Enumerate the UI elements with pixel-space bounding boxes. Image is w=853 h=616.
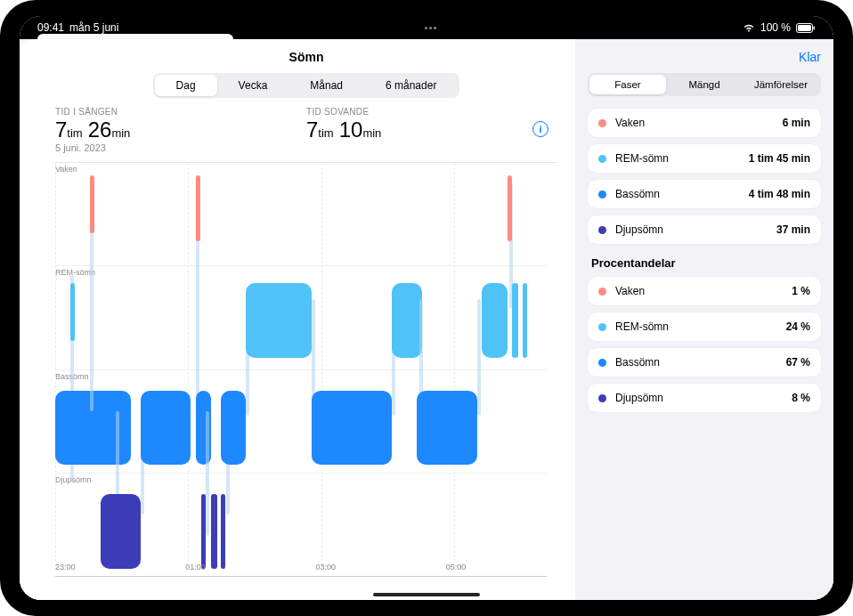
percent-row-core[interactable]: Bassömn 67 %	[588, 348, 821, 377]
swatch-awake	[598, 119, 606, 127]
x-tick: 03:00	[316, 563, 337, 571]
battery-percent: 100 %	[760, 21, 791, 34]
stage-value: 4 tim 48 min	[749, 188, 810, 200]
stage-row-deep[interactable]: Djupsömn 37 min	[588, 215, 821, 244]
period-tab-6months[interactable]: 6 månader	[364, 75, 458, 96]
stage-percent-list: Vaken 1 % REM-sömn 24 % Bassömn 67 %	[588, 277, 821, 412]
status-time: 09:41	[37, 21, 64, 34]
lane-label-rem: REM-sömn	[55, 268, 95, 277]
swatch-core	[598, 359, 606, 367]
percent-section-title: Procentandelar	[591, 256, 821, 270]
stage-row-awake[interactable]: Vaken 6 min	[588, 109, 821, 137]
chart-segment	[417, 391, 477, 466]
stage-value: 1 tim 45 min	[749, 152, 810, 165]
stage-row-core[interactable]: Bassömn 4 tim 48 min	[588, 180, 821, 208]
swatch-deep	[598, 394, 606, 402]
in-bed-label: TID I SÄNGEN	[55, 107, 306, 117]
stage-name: Djupsömn	[615, 392, 792, 404]
home-indicator[interactable]	[373, 593, 480, 596]
period-tab-day[interactable]: Dag	[155, 75, 217, 96]
status-date: mån 5 juni	[69, 21, 118, 34]
side-panel: Klar Faser Mängd Jämförelser Vaken 6 min	[575, 39, 833, 600]
detail-tab-compare[interactable]: Jämförelser	[743, 75, 819, 94]
battery-icon	[796, 23, 816, 33]
chart-connector	[477, 299, 481, 415]
stage-durations-list: Vaken 6 min REM-sömn 1 tim 45 min Bassöm…	[588, 109, 821, 244]
chart-connector	[206, 411, 209, 536]
stage-value: 67 %	[786, 356, 810, 369]
stage-name: Djupsömn	[615, 223, 776, 236]
percent-row-awake[interactable]: Vaken 1 %	[588, 277, 821, 305]
chart-segment	[141, 391, 191, 466]
in-bed-value: 7tim26min	[55, 118, 306, 142]
stage-name: Bassömn	[615, 356, 786, 369]
chart-segment	[312, 391, 392, 466]
stage-name: Vaken	[615, 285, 792, 297]
stage-name: Bassömn	[615, 188, 749, 200]
period-segmented-control: Dag Vecka Månad 6 månader	[153, 73, 460, 98]
chart-segment	[482, 283, 507, 358]
multitask-dots[interactable]	[118, 27, 743, 29]
stage-name: Vaken	[615, 117, 783, 129]
chart-segment	[512, 283, 518, 358]
period-tab-month[interactable]: Månad	[288, 75, 364, 96]
chart-segment	[211, 494, 217, 569]
chart-segment	[246, 283, 311, 358]
swatch-awake	[598, 288, 606, 296]
stage-name: REM-sömn	[615, 152, 749, 165]
x-tick: 05:00	[446, 563, 467, 571]
chart-segment	[221, 391, 246, 466]
chart-segment	[523, 283, 527, 358]
device-frame: 09:41 mån 5 juni 100 % Sömn	[0, 0, 853, 616]
content-area: Sömn Dag Vecka Månad 6 månader TID I SÄN…	[20, 39, 833, 600]
chart-segment	[201, 494, 206, 569]
info-button[interactable]: i	[532, 121, 548, 137]
wifi-icon	[743, 23, 755, 32]
stage-name: REM-sömn	[615, 320, 786, 333]
detail-segmented-control: Faser Mängd Jämförelser	[588, 73, 821, 96]
summary-date: 5 juni. 2023	[55, 142, 306, 153]
chart-segment	[196, 175, 200, 241]
percent-row-rem[interactable]: REM-sömn 24 %	[588, 312, 821, 341]
stage-row-rem[interactable]: REM-sömn 1 tim 45 min	[588, 144, 821, 173]
chart-segment	[392, 283, 422, 358]
stage-value: 37 min	[776, 223, 810, 236]
percent-row-deep[interactable]: Djupsömn 8 %	[588, 384, 821, 412]
detail-tab-phases[interactable]: Faser	[589, 75, 666, 94]
page-title: Sömn	[55, 50, 557, 64]
stage-value: 1 %	[792, 285, 810, 297]
chart-segment	[70, 283, 75, 341]
period-tab-week[interactable]: Vecka	[217, 75, 289, 96]
main-panel: Sömn Dag Vecka Månad 6 månader TID I SÄN…	[20, 39, 575, 600]
screen: 09:41 mån 5 juni 100 % Sömn	[20, 16, 833, 600]
x-tick: 01:00	[185, 563, 206, 571]
x-tick: 23:00	[55, 563, 76, 571]
stage-value: 6 min	[783, 117, 810, 129]
svg-rect-1	[798, 25, 811, 31]
sleep-stages-chart[interactable]: Vaken REM-sömn Bassömn Djupsömn	[55, 162, 557, 577]
stage-value: 8 %	[792, 392, 810, 404]
stage-value: 24 %	[786, 320, 810, 333]
asleep-label: TID SOVANDE	[306, 107, 557, 117]
x-axis: 23:00 01:00 03:00 05:00	[55, 563, 547, 577]
detail-tab-amount[interactable]: Mängd	[666, 75, 743, 94]
chart-segment	[90, 175, 94, 233]
swatch-rem	[598, 155, 606, 163]
svg-rect-2	[814, 26, 816, 29]
summary-stats: TID I SÄNGEN 7tim26min 5 juni. 2023 TID …	[55, 107, 557, 153]
done-button[interactable]: Klar	[799, 50, 821, 64]
swatch-core	[598, 190, 606, 199]
asleep-value: 7tim10min	[306, 118, 557, 142]
swatch-rem	[598, 323, 606, 331]
chart-segment	[221, 494, 225, 569]
chart-segment	[508, 175, 512, 241]
lane-label-awake: Vaken	[55, 165, 77, 174]
chart-segment	[101, 494, 141, 569]
swatch-deep	[598, 226, 606, 234]
